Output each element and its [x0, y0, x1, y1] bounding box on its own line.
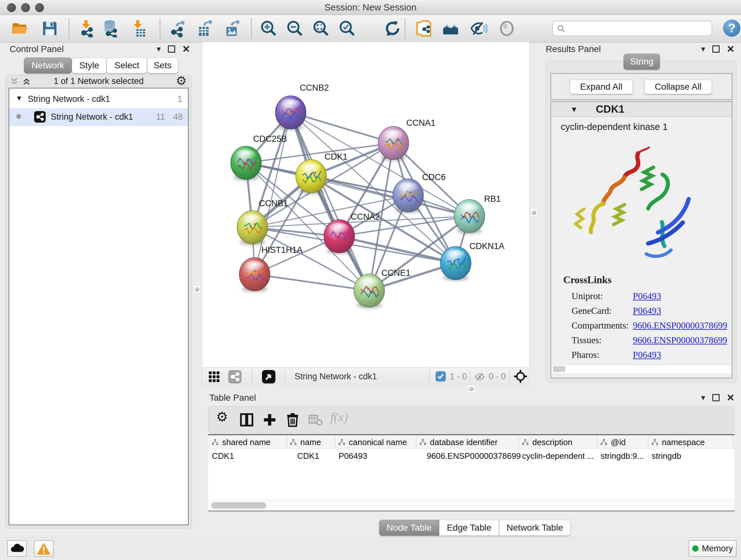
network-node-CCNB2[interactable]: CCNB2 [275, 83, 329, 130]
grid-view-icon[interactable] [208, 370, 220, 383]
export-table-icon[interactable] [196, 19, 214, 37]
table-cell[interactable]: cyclin-dependent ... [522, 451, 596, 461]
maximize-panel-icon[interactable] [168, 45, 175, 53]
network-node-label: CCNA1 [406, 118, 435, 128]
export-image-icon[interactable] [223, 19, 241, 37]
control-panel-title: Control Panel [10, 44, 64, 54]
show-graphics-details-eye-icon[interactable] [498, 19, 516, 37]
right-splitter-handle[interactable] [530, 209, 537, 216]
crosslink-link[interactable]: 9606.ENSP00000378699 [633, 335, 727, 346]
tab-edge-table[interactable]: Edge Table [439, 520, 499, 536]
column-header-canonical-name[interactable]: canonical name [335, 435, 416, 449]
search-field[interactable] [552, 21, 712, 36]
tab-select[interactable]: Select [107, 57, 147, 73]
collection-label: String Network - cdk1 [28, 94, 110, 104]
network-node-CCNA1[interactable]: CCNA1 [378, 118, 435, 161]
clone-network-icon[interactable] [415, 19, 433, 37]
network-node-CDC6[interactable]: CDC6 [393, 172, 446, 213]
table-cell[interactable]: stringdb:9... [601, 451, 647, 461]
open-session-icon[interactable] [11, 19, 29, 37]
zoom-selected-icon[interactable] [338, 19, 356, 37]
network-node-CDKN1A[interactable]: CDKN1A [441, 241, 504, 281]
table-settings-gear-icon[interactable]: ⚙ [216, 409, 231, 424]
column-header-name[interactable]: name [286, 435, 335, 449]
maximize-panel-icon[interactable] [712, 45, 720, 53]
show-columns-icon[interactable] [239, 412, 254, 428]
float-panel-icon[interactable]: ▾ [701, 44, 705, 54]
results-panel-title: Results Panel [546, 44, 601, 54]
float-panel-icon[interactable]: ▾ [701, 393, 705, 402]
selected-checkbox-icon[interactable] [435, 371, 446, 381]
string-share-icon[interactable] [228, 370, 242, 383]
network-node-label: CDKN1A [469, 241, 504, 251]
close-panel-icon[interactable]: ✕ [727, 46, 735, 52]
fit-selected-crosshair-icon[interactable] [514, 369, 528, 383]
close-panel-icon[interactable]: ✕ [182, 46, 190, 52]
column-header-shared-name[interactable]: shared name [208, 435, 287, 449]
delete-column-icon[interactable] [285, 412, 300, 428]
network-canvas[interactable]: CCNB2CCNA1CDC25BCDK1CDC6RB1CCNB1CCNA2CDK… [202, 42, 529, 367]
tab-string[interactable]: String [623, 54, 660, 70]
table-panel: Table Panel ▾ ✕ ⚙ [205, 392, 737, 535]
protein-section-header[interactable]: ▼ CDK1 [551, 102, 732, 117]
close-panel-icon[interactable]: ✕ [727, 395, 735, 401]
crosslink-link[interactable]: P06493 [633, 306, 661, 316]
zoom-out-icon[interactable] [286, 19, 304, 37]
import-network-database-icon[interactable] [102, 19, 119, 37]
gear-icon[interactable]: ⚙ [176, 74, 187, 88]
apply-layout-icon[interactable] [384, 19, 401, 37]
import-table-file-icon[interactable] [130, 19, 147, 37]
column-header--id[interactable]: @id [597, 435, 649, 449]
expand-all-button[interactable]: Expand All [569, 79, 633, 94]
column-header-database-identifier[interactable]: database identifier [416, 435, 519, 449]
save-session-icon[interactable] [41, 19, 59, 37]
network-collection-row[interactable]: ▼ String Network - cdk1 1 [9, 91, 188, 108]
search-input[interactable] [569, 22, 708, 34]
tab-node-table[interactable]: Node Table [379, 520, 439, 536]
tab-network-table[interactable]: Network Table [499, 520, 570, 536]
column-header-description[interactable]: description [518, 435, 597, 449]
table-cell[interactable]: P06493 [339, 451, 414, 461]
network-node-CDK1[interactable]: CDK1 [296, 152, 347, 194]
left-splitter-handle[interactable] [193, 286, 200, 293]
crosslink-link[interactable]: 9606.ENSP00000378699 [633, 320, 727, 331]
crosslink-label: Uniprot: [571, 291, 603, 301]
table-cell[interactable]: CDK1 [212, 451, 285, 461]
table-cell[interactable]: stringdb [652, 451, 731, 461]
crosslink-label: Compartments: [571, 320, 629, 330]
table-horizontal-scrollbar[interactable] [208, 500, 735, 510]
zoom-fit-icon[interactable] [312, 19, 330, 37]
table-cell[interactable]: CDK1 [297, 451, 340, 461]
warning-status-button[interactable] [34, 540, 54, 557]
cloud-status-button[interactable] [7, 540, 27, 557]
network-node-HIST1H1A[interactable]: HIST1H1A [239, 245, 302, 292]
network-node-RB1[interactable]: RB1 [454, 194, 501, 234]
import-network-file-icon[interactable] [78, 19, 96, 37]
tab-style[interactable]: Style [72, 57, 107, 73]
nested-network-home-icon[interactable] [442, 19, 460, 37]
birds-eye-view-icon[interactable] [262, 370, 275, 383]
tab-network[interactable]: Network [24, 57, 72, 73]
protein-name: CDK1 [596, 103, 624, 115]
hide-details-eye-icon[interactable] [470, 19, 488, 37]
crosslink-link[interactable]: P06493 [633, 350, 661, 360]
maximize-panel-icon[interactable] [712, 394, 720, 401]
memory-button[interactable]: Memory [689, 540, 737, 557]
column-header-namespace[interactable]: namespace [648, 435, 733, 449]
zoom-in-icon[interactable] [260, 19, 278, 37]
float-panel-icon[interactable]: ▾ [157, 44, 161, 54]
help-button[interactable]: ? [723, 19, 740, 37]
network-row-selected[interactable]: String Network - cdk1 11 48 [9, 108, 188, 126]
node-count: 11 [156, 112, 165, 122]
tab-sets[interactable]: Sets [147, 57, 178, 73]
toolbar-separator [69, 19, 70, 38]
section-expander-icon[interactable]: ▼ [570, 105, 578, 114]
collection-expander-icon[interactable]: ▼ [16, 94, 23, 103]
bottom-splitter-handle[interactable] [468, 385, 475, 393]
add-column-icon[interactable] [262, 412, 277, 428]
table-cell[interactable]: 9606.ENSP00000378699 [427, 451, 524, 461]
export-network-icon[interactable] [169, 19, 186, 37]
collapse-all-button[interactable]: Collapse All [644, 79, 712, 94]
results-horizontal-scrollbar[interactable] [552, 365, 731, 373]
crosslink-link[interactable]: P06493 [633, 291, 661, 301]
